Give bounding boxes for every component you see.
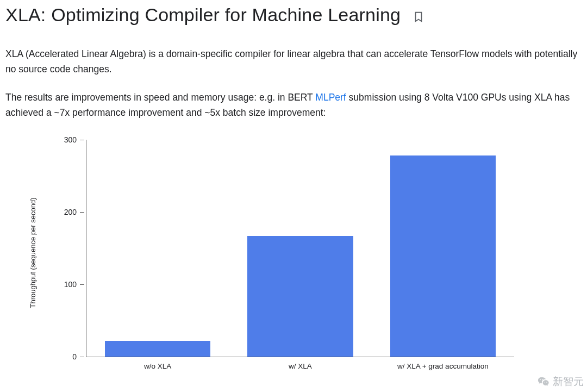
- bar: [247, 236, 353, 357]
- intro-paragraph-2: The results are improvements in speed an…: [5, 90, 582, 120]
- x-tick-label: w/o XLA: [144, 362, 171, 370]
- x-tick-label: w/ XLA: [289, 362, 312, 370]
- bars-container: w/o XLAw/ XLAw/ XLA + grad accumulation: [86, 140, 514, 357]
- page-title: XLA: Optimizing Compiler for Machine Lea…: [5, 4, 401, 26]
- wechat-icon: [538, 376, 549, 388]
- intro-paragraph-1: XLA (Accelerated Linear Algebra) is a do…: [5, 46, 582, 77]
- bar-slot: w/o XLA: [86, 140, 229, 357]
- watermark-text: 新智元: [553, 375, 584, 389]
- bar-slot: w/ XLA + grad accumulation: [372, 140, 514, 357]
- y-tick-label: 0: [72, 352, 77, 361]
- heading-row: XLA: Optimizing Compiler for Machine Lea…: [5, 4, 582, 26]
- y-tick-label: 100: [64, 280, 77, 289]
- x-tick-label: w/ XLA + grad accumulation: [397, 362, 489, 370]
- y-axis-label: Throughput (sequence per second): [29, 197, 37, 308]
- y-tick: [80, 284, 84, 285]
- bookmark-icon[interactable]: [413, 11, 424, 23]
- source-watermark: 新智元: [538, 375, 584, 389]
- y-tick: [80, 140, 84, 140]
- bar-slot: w/ XLA: [229, 140, 371, 357]
- y-tick: [80, 212, 84, 213]
- throughput-bar-chart: Throughput (sequence per second) w/o XLA…: [38, 133, 516, 372]
- plot-area: w/o XLAw/ XLAw/ XLA + grad accumulation …: [86, 140, 514, 357]
- para2-text-a: The results are improvements in speed an…: [5, 92, 315, 103]
- y-tick-label: 200: [64, 208, 77, 216]
- bar: [105, 341, 210, 357]
- mlperf-link[interactable]: MLPerf: [315, 92, 346, 103]
- article-page: XLA: Optimizing Compiler for Machine Lea…: [0, 0, 587, 372]
- y-tick: [80, 357, 84, 357]
- bar: [390, 155, 496, 357]
- y-tick-label: 300: [64, 135, 77, 144]
